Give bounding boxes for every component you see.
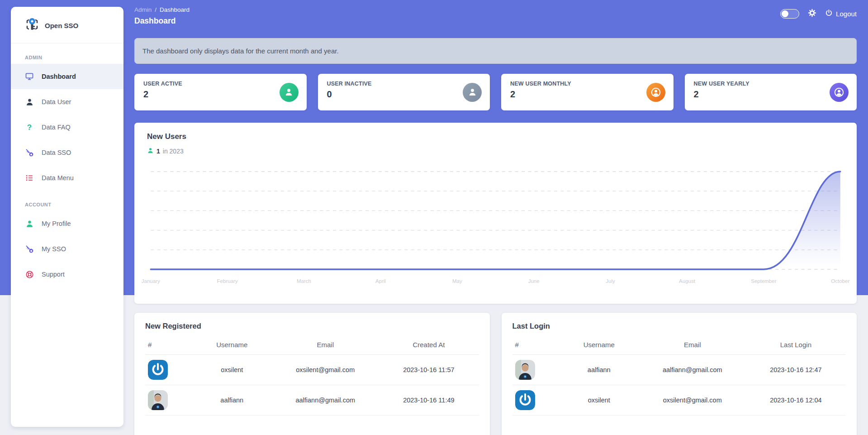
table-title: Last Login <box>512 322 846 330</box>
cell-email: aalfiann@gmail.com <box>639 355 746 385</box>
column-header: Username <box>192 335 272 355</box>
new-users-chart-card: New Users 1 in 2023 JanuaryFebruaryMarch… <box>134 123 857 304</box>
cell-email: oxsilent@gmail.com <box>639 385 746 416</box>
key-icon <box>25 244 34 253</box>
cell-username: aalfiann <box>192 385 272 416</box>
sidebar-item-label: Dashboard <box>42 73 76 80</box>
user-circle-icon <box>646 83 665 102</box>
avatar <box>148 360 168 380</box>
key-icon <box>25 148 34 157</box>
x-axis-label: October <box>831 278 849 284</box>
stat-value: 2 <box>510 89 664 100</box>
logout-label: Logout <box>836 10 857 18</box>
column-header: Email <box>272 335 379 355</box>
power-icon <box>825 9 833 19</box>
table-row: oxsilent oxsilent@gmail.com 2023-10-16 1… <box>512 385 846 416</box>
last-login-card: Last Login # Username Email Last Login <box>502 313 857 435</box>
x-axis-label: March <box>297 278 311 284</box>
table-row: aalfiann aalfiann@gmail.com 2023-10-16 1… <box>145 385 479 416</box>
x-axis-labels: JanuaryFebruaryMarchAprilMayJuneJulyAugu… <box>147 278 844 287</box>
column-header: Email <box>639 335 746 355</box>
sidebar-section-admin: ADMIN <box>11 43 123 64</box>
user-circle-icon <box>830 83 849 102</box>
last-login-table: # Username Email Last Login <box>512 335 846 416</box>
sidebar-item-label: Data Menu <box>42 174 74 182</box>
new-registered-card: New Registered # Username Email Created … <box>134 313 490 435</box>
sidebar-item-label: Data SSO <box>42 149 71 156</box>
stat-card-new-user-monthly: NEW USER MONTHLY 2 <box>501 74 674 110</box>
cell-datetime: 2023-10-16 11:49 <box>379 385 479 416</box>
cell-username: oxsilent <box>559 385 639 416</box>
tables-row: New Registered # Username Email Created … <box>134 313 857 435</box>
sidebar-item-support[interactable]: Support <box>11 262 123 287</box>
app-name: Open SSO <box>45 22 78 29</box>
theme-toggle[interactable] <box>780 9 799 19</box>
cell-datetime: 2023-10-16 12:47 <box>746 355 846 385</box>
key-logo-icon <box>24 17 40 34</box>
x-axis-label: April <box>375 278 386 284</box>
avatar <box>148 390 168 410</box>
user-icon <box>25 97 34 106</box>
sidebar-item-data-faq[interactable]: ? Data FAQ <box>11 115 123 140</box>
stat-value: 2 <box>143 89 298 100</box>
table-title: New Registered <box>145 322 479 330</box>
toggle-knob <box>782 10 788 17</box>
page-title: Dashboard <box>134 16 857 26</box>
cell-username: oxsilent <box>192 355 272 385</box>
top-controls: Logout <box>780 9 857 19</box>
sidebar: Open SSO ADMIN Dashboard Data User ? Dat… <box>11 7 123 427</box>
cell-email: oxsilent@gmail.com <box>272 355 379 385</box>
sidebar-item-label: Support <box>42 271 65 278</box>
cell-datetime: 2023-10-16 12:04 <box>746 385 846 416</box>
new-registered-table: # Username Email Created At <box>145 335 479 416</box>
logout-button[interactable]: Logout <box>825 9 857 19</box>
question-icon: ? <box>25 123 34 132</box>
sidebar-item-label: My SSO <box>42 245 66 253</box>
list-icon <box>25 173 34 182</box>
sidebar-item-label: My Profile <box>42 220 71 227</box>
settings-button[interactable] <box>808 9 816 19</box>
x-axis-label: August <box>679 278 695 284</box>
column-header: Created At <box>379 335 479 355</box>
column-header: # <box>145 335 192 355</box>
sidebar-item-my-sso[interactable]: My SSO <box>11 236 123 262</box>
column-header: Last Login <box>746 335 846 355</box>
sidebar-item-data-sso[interactable]: Data SSO <box>11 140 123 165</box>
sidebar-item-data-menu[interactable]: Data Menu <box>11 165 123 191</box>
chart-subtitle-count: 1 <box>157 148 160 155</box>
avatar <box>515 360 535 380</box>
sidebar-item-label: Data User <box>42 98 71 105</box>
column-header: # <box>512 335 559 355</box>
monitor-icon <box>25 72 34 81</box>
stat-value: 0 <box>327 89 481 100</box>
line-chart: JanuaryFebruaryMarchAprilMayJuneJulyAugu… <box>147 166 844 287</box>
gear-icon <box>808 9 816 19</box>
stat-label: NEW USER MONTHLY <box>510 81 664 87</box>
stat-label: NEW USER YEARLY <box>694 81 848 87</box>
sidebar-item-data-user[interactable]: Data User <box>11 89 123 115</box>
page-header: Admin/Dashboard Dashboard <box>134 0 857 26</box>
x-axis-label: May <box>452 278 462 284</box>
user-icon <box>147 147 154 155</box>
info-banner: The dashboard only displays data for the… <box>134 38 857 64</box>
breadcrumb-parent[interactable]: Admin <box>134 6 152 13</box>
stat-card-new-user-yearly: NEW USER YEARLY 2 <box>685 74 857 110</box>
chart-subtitle: 1 in 2023 <box>147 147 844 155</box>
breadcrumb-separator: / <box>155 6 157 13</box>
cell-username: aalfiann <box>559 355 639 385</box>
x-axis-label: February <box>217 278 238 284</box>
stat-value: 2 <box>694 89 848 100</box>
avatar <box>515 390 535 410</box>
sidebar-item-dashboard[interactable]: Dashboard <box>11 64 123 89</box>
chart-subtitle-suffix: in 2023 <box>163 148 184 155</box>
stat-label: USER ACTIVE <box>143 81 298 87</box>
breadcrumb: Admin/Dashboard <box>134 6 857 13</box>
x-axis-label: June <box>528 278 540 284</box>
cell-email: aalfiann@gmail.com <box>272 385 379 416</box>
sidebar-item-label: Data FAQ <box>42 124 71 131</box>
app-logo[interactable]: Open SSO <box>11 7 123 43</box>
x-axis-label: January <box>142 278 160 284</box>
table-row: aalfiann aalfiann@gmail.com 2023-10-16 1… <box>512 355 846 385</box>
sidebar-item-my-profile[interactable]: My Profile <box>11 211 123 236</box>
chart-title: New Users <box>147 132 844 141</box>
